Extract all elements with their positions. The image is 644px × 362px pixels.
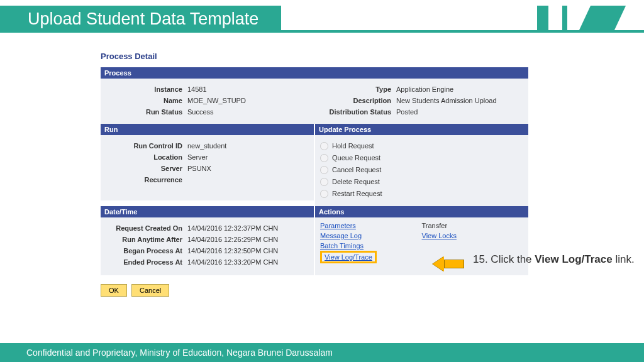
delete-request-option[interactable]: Delete Request <box>320 177 523 187</box>
accent-stripe <box>579 6 626 30</box>
restart-request-radio[interactable] <box>320 190 328 198</box>
server-label: Server <box>106 163 187 173</box>
ended-value: 14/04/2016 12:33:20PM CHN <box>187 257 278 267</box>
transfer-text: Transfer <box>422 222 524 229</box>
run-header: Run <box>101 124 314 135</box>
process-body: Instance14581 NameMOE_NW_STUPD Run Statu… <box>101 79 528 124</box>
began-value: 14/04/2016 12:32:50PM CHN <box>187 246 278 256</box>
location-value: Server <box>187 152 208 162</box>
dist-status-label: Distribution Status <box>314 107 396 117</box>
process-detail-panel: Process Detail Process Instance14581 Nam… <box>101 52 528 297</box>
request-created-label: Request Created On <box>106 223 187 233</box>
cancel-button[interactable]: Cancel <box>131 284 169 297</box>
queue-request-radio[interactable] <box>320 154 328 162</box>
description-label: Description <box>314 96 396 106</box>
run-after-label: Run Anytime After <box>106 234 187 244</box>
accent-stripe <box>562 6 567 30</box>
instance-value: 14581 <box>187 84 207 94</box>
footer-text: Confidential and Proprietary, Ministry o… <box>0 343 644 362</box>
name-label: Name <box>106 96 187 106</box>
queue-request-option[interactable]: Queue Request <box>320 153 523 163</box>
type-value: Application Engine <box>396 84 453 94</box>
hold-request-radio[interactable] <box>320 142 328 150</box>
batch-timings-link[interactable]: Batch Timings <box>320 242 422 250</box>
accent-stripe <box>537 6 548 30</box>
recurrence-label: Recurrence <box>106 175 187 185</box>
run-body: Run Control IDnew_student LocationServer… <box>101 135 314 200</box>
request-created-value: 14/04/2016 12:32:37PM CHN <box>187 223 278 233</box>
type-label: Type <box>314 84 396 94</box>
button-row: OK Cancel <box>101 284 528 297</box>
datetime-header: Date/Time <box>101 206 314 217</box>
datetime-body: Request Created On14/04/2016 12:32:37PM … <box>101 217 314 275</box>
view-log-trace-link[interactable]: View Log/Trace <box>325 253 372 261</box>
server-value: PSUNX <box>187 163 211 173</box>
ended-label: Ended Process At <box>106 257 187 267</box>
update-process-header: Update Process <box>315 124 528 135</box>
process-header: Process <box>101 67 528 79</box>
view-log-trace-highlight: View Log/Trace <box>320 251 377 263</box>
ok-button[interactable]: OK <box>101 284 127 297</box>
arrow-icon <box>433 256 464 272</box>
actions-body: Parameters Transfer Message Log View Loc… <box>315 217 528 275</box>
title-bar: Upload Student Data Template <box>0 0 644 33</box>
delete-request-radio[interactable] <box>320 178 328 186</box>
run-control-id-label: Run Control ID <box>106 141 187 151</box>
dist-status-value: Posted <box>396 107 418 117</box>
instance-label: Instance <box>106 84 187 94</box>
restart-request-option[interactable]: Restart Request <box>320 189 523 199</box>
cancel-request-radio[interactable] <box>320 166 328 174</box>
location-label: Location <box>106 152 187 162</box>
message-log-link[interactable]: Message Log <box>320 232 422 239</box>
section-title: Process Detail <box>101 52 528 61</box>
instruction-callout: 15. Click the View Log/Trace link. <box>473 253 636 266</box>
run-status-value: Success <box>187 107 214 117</box>
view-locks-link[interactable]: View Locks <box>422 232 524 239</box>
actions-header: Actions <box>315 206 528 217</box>
cancel-request-option[interactable]: Cancel Request <box>320 165 523 175</box>
update-process-body: Hold Request Queue Request Cancel Reques… <box>315 135 528 206</box>
run-control-id-value: new_student <box>187 141 226 151</box>
description-value: New Students Admission Upload <box>396 96 497 106</box>
run-after-value: 14/04/2016 12:26:29PM CHN <box>187 234 278 244</box>
page-title: Upload Student Data Template <box>0 6 281 30</box>
name-value: MOE_NW_STUPD <box>187 96 246 106</box>
hold-request-option[interactable]: Hold Request <box>320 141 523 151</box>
parameters-link[interactable]: Parameters <box>320 222 422 229</box>
began-label: Began Process At <box>106 246 187 256</box>
run-status-label: Run Status <box>106 107 187 117</box>
